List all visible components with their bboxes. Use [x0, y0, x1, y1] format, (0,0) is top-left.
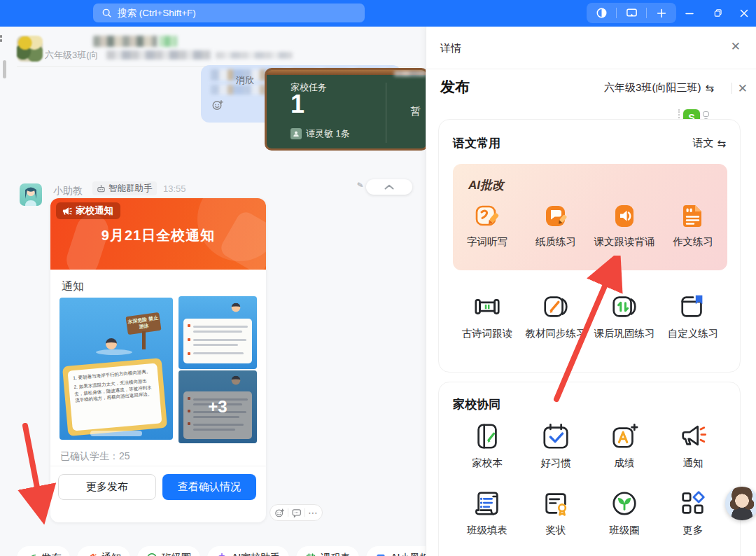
view-confirmation-button[interactable]: 查看确认情况	[162, 474, 256, 500]
toolbar-schedule[interactable]: 课程表	[296, 546, 359, 556]
poster-logo	[90, 431, 142, 436]
titlebar: 搜索 (Ctrl+Shift+F)	[0, 0, 756, 27]
tool-good-habits[interactable]: 好习惯	[522, 422, 590, 470]
edge-marker	[0, 39, 2, 42]
board-divider	[386, 83, 386, 143]
assistant-badge: 智能群助手	[92, 181, 157, 195]
notice-banner: 家校通知 9月21日全校通知	[50, 198, 266, 270]
sender-name[interactable]: 小助教	[53, 185, 83, 197]
tool-poem-reading[interactable]: 古诗词跟读	[453, 292, 522, 340]
toolbar-class-circle[interactable]: 班级圈	[137, 546, 200, 556]
notice-title: 9月21日全校通知	[50, 226, 266, 245]
poster-figure	[232, 303, 241, 312]
home-school-card: 家校协同 家校本 好习惯 成绩 通知	[438, 382, 741, 556]
tool-class-form[interactable]: 班级填表	[453, 489, 522, 537]
essay-icon	[680, 203, 706, 230]
tool-text-reading[interactable]: 课文跟读背诵	[590, 203, 659, 249]
chat-scrollbar[interactable]	[3, 60, 6, 78]
add-reaction-icon[interactable]	[211, 99, 224, 111]
blurred-board-text	[394, 71, 426, 76]
ai-correction-card: AI批改 字词听写 纸质练习 课文跟读背诵	[453, 164, 727, 270]
send-icon	[26, 552, 37, 556]
toolbar-ai-assistant[interactable]: AI家校助手	[207, 546, 289, 556]
tool-more[interactable]: 更多	[659, 489, 727, 537]
group-avatar[interactable]	[17, 36, 43, 62]
tool-textbook-sync[interactable]: 教材同步练习	[522, 292, 590, 340]
homework-book-icon	[472, 422, 502, 451]
tool-after-class[interactable]: 课后巩固练习	[590, 292, 659, 340]
publish-close-icon[interactable]: ✕	[738, 83, 748, 95]
more-actions-icon[interactable]: ⋯	[308, 509, 318, 516]
scroll-read-icon	[472, 292, 502, 321]
class-selector[interactable]: 六年级3班(向阳三班) ⇆	[604, 81, 714, 95]
class-circle-icon	[146, 552, 158, 556]
card-divider	[50, 466, 266, 466]
minimize-button[interactable]	[679, 3, 700, 23]
bubble-sender-name: 消欣	[236, 74, 254, 87]
tool-notice[interactable]: 通知	[659, 422, 727, 470]
task-board-card[interactable]: 家校任务 1 谭灵敏 1条 暂	[265, 68, 428, 151]
add-reaction-icon[interactable]	[274, 508, 285, 518]
class-form-icon	[472, 489, 502, 518]
swap-class-icon[interactable]: ⇆	[705, 82, 714, 95]
tool-grades[interactable]: 成绩	[590, 422, 659, 470]
notice-section-label: 通知	[62, 279, 84, 294]
tool-paper-practice[interactable]: 纸质练习	[522, 203, 590, 249]
maximize-button[interactable]	[707, 3, 728, 23]
search-input[interactable]: 搜索 (Ctrl+Shift+F)	[93, 4, 365, 22]
blurred-group-subtitle	[106, 50, 211, 60]
tool-essay-practice[interactable]: 作文练习	[659, 203, 727, 249]
close-button[interactable]	[734, 3, 755, 23]
person-icon	[290, 128, 302, 139]
notice-image-large[interactable]: 水深危险 禁止游泳 1. 要朝着与海岸平行的方向横向游离。 2. 如果水流阻力太…	[59, 298, 173, 440]
notice-image-small-1[interactable]	[178, 296, 257, 369]
assistant-avatar[interactable]	[20, 183, 42, 206]
more-publish-button[interactable]: 更多发布	[58, 474, 156, 500]
more-grid-icon	[678, 489, 708, 518]
section-title: 家校协同	[453, 396, 500, 412]
screencast-icon[interactable]	[617, 3, 646, 23]
tool-word-dictation[interactable]: 字词听写	[453, 203, 522, 249]
board-right-text: 暂	[410, 105, 421, 118]
pen-cursor-icon: ✎	[356, 180, 364, 190]
panel-divider	[426, 69, 756, 69]
notice-megaphone-icon	[678, 422, 708, 451]
notice-tag: 家校通知	[56, 202, 120, 219]
details-panel: 详情 ✕ 发布 六年级3班(向阳三班) ⇆ ✕ S 语文常用 语文 ⇆ AI批改	[426, 27, 756, 556]
swap-subject-icon[interactable]: ⇆	[717, 137, 726, 150]
search-icon	[102, 8, 112, 18]
details-close-icon[interactable]: ✕	[731, 41, 741, 53]
blurred-group-name	[93, 36, 158, 47]
new-window-icon[interactable]	[647, 3, 676, 23]
ai-robot-icon	[216, 552, 227, 556]
tool-custom-practice[interactable]: 自定义练习	[659, 292, 727, 340]
custom-practice-icon	[678, 292, 708, 321]
dictation-icon	[474, 203, 500, 230]
notice-card[interactable]: 家校通知 9月21日全校通知 通知 水深危险 禁止游泳 1. 要朝着与海岸平行的…	[50, 198, 266, 522]
chinese-tools-card: 语文常用 语文 ⇆ AI批改 字词听写 纸质练习	[438, 119, 741, 373]
textbook-sync-icon	[541, 292, 570, 321]
poster-water	[96, 349, 132, 355]
blurred-group-name-tag	[159, 36, 177, 47]
comment-icon[interactable]	[291, 508, 302, 518]
toolbar-notice[interactable]: 通知	[77, 546, 130, 556]
consolidate-icon	[610, 292, 639, 321]
publish-title: 发布	[440, 77, 470, 97]
confirmed-count: 已确认学生：25	[60, 450, 130, 463]
tool-homework-book[interactable]: 家校本	[453, 422, 522, 470]
notice-image-small-2[interactable]: +3	[178, 370, 257, 443]
tool-award[interactable]: 奖状	[522, 489, 590, 537]
paper-practice-icon	[542, 203, 569, 230]
message-time: 13:55	[163, 183, 186, 194]
task-assignee: 谭灵敏 1条	[290, 127, 350, 140]
tool-class-circle[interactable]: 班级圈	[590, 489, 659, 537]
poster-figure	[106, 338, 117, 349]
collapse-board-button[interactable]	[366, 179, 412, 195]
toolbar-publish[interactable]: 发布	[17, 546, 70, 556]
subject-selector[interactable]: 语文 ⇆	[692, 137, 726, 150]
task-count: 1	[290, 90, 304, 119]
assistant-floating-avatar[interactable]	[725, 487, 756, 520]
theme-toggle-icon[interactable]	[587, 3, 616, 23]
read-aloud-icon	[611, 203, 638, 230]
details-title: 详情	[440, 42, 461, 55]
